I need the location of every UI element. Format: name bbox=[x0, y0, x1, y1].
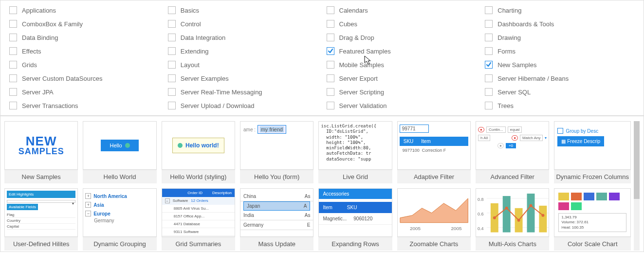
category-label[interactable]: New Samples bbox=[497, 61, 536, 69]
category-item[interactable]: Control bbox=[168, 20, 322, 28]
checkbox[interactable] bbox=[168, 102, 176, 109]
category-item[interactable]: Server Scripting bbox=[327, 88, 480, 96]
tile-dynamic-frozen-columns[interactable]: Group by Desc ▦ Freeze Descrip Dynamic F… bbox=[554, 121, 631, 183]
category-item[interactable]: Server Custom DataSources bbox=[9, 74, 163, 82]
checkbox[interactable] bbox=[9, 47, 17, 55]
checkbox[interactable] bbox=[9, 102, 17, 109]
checkbox[interactable] bbox=[327, 74, 334, 82]
category-label[interactable]: Basics bbox=[181, 7, 199, 14]
checkbox[interactable] bbox=[9, 74, 17, 82]
checkbox[interactable] bbox=[168, 88, 176, 96]
tile-dynamic-grouping[interactable]: +North America +Asia −Europe Germany Dyn… bbox=[83, 188, 156, 251]
checkbox[interactable] bbox=[485, 47, 493, 55]
category-label[interactable]: Layout bbox=[181, 61, 200, 69]
category-item[interactable]: Server JPA bbox=[9, 88, 163, 96]
category-label[interactable]: Extending bbox=[181, 48, 209, 55]
checkbox[interactable] bbox=[485, 74, 493, 82]
category-item[interactable]: Server Upload / Download bbox=[168, 102, 322, 109]
category-item[interactable]: Data Binding bbox=[9, 34, 163, 41]
category-label[interactable]: Drawing bbox=[497, 34, 521, 41]
category-item[interactable]: Extending bbox=[168, 47, 322, 55]
tile-new-samples[interactable]: NEW SAMPLES New Samples bbox=[4, 121, 78, 183]
checkbox[interactable] bbox=[327, 20, 334, 28]
tile-hello-world-styling[interactable]: Hello world! Hello World (styling) bbox=[162, 121, 235, 183]
category-item[interactable]: Featured Samples bbox=[327, 47, 480, 55]
checkbox[interactable] bbox=[327, 6, 334, 14]
category-label[interactable]: Server Real-Time Messaging bbox=[181, 89, 262, 96]
tile-live-grid[interactable]: isc.ListGrid.create({ ID:"dsListGrid", w… bbox=[318, 121, 392, 183]
category-label[interactable]: Server JPA bbox=[22, 89, 54, 96]
category-item[interactable]: Server Real-Time Messaging bbox=[168, 88, 322, 96]
category-label[interactable]: Data Integration bbox=[181, 34, 226, 41]
category-label[interactable]: Trees bbox=[497, 102, 514, 109]
category-item[interactable]: Drag & Drop bbox=[327, 34, 480, 41]
category-label[interactable]: Dashboards & Tools bbox=[497, 20, 554, 28]
category-item[interactable]: Basics bbox=[168, 6, 322, 14]
category-item[interactable]: Mobile Samples bbox=[327, 61, 480, 69]
checkbox[interactable] bbox=[485, 102, 493, 109]
tile-multi-axis-charts[interactable]: 0.8 0.6 0.4 bbox=[476, 188, 549, 251]
checkbox[interactable] bbox=[327, 88, 334, 96]
checkbox[interactable] bbox=[485, 34, 493, 41]
checkbox[interactable] bbox=[168, 20, 176, 28]
tile-user-defined-hilites[interactable]: Edit Highlights ▾ Available Fields Flag … bbox=[4, 188, 78, 251]
tile-hello-you-form[interactable]: ame : my friend Hello You (form) bbox=[240, 121, 313, 183]
category-label[interactable]: Featured Samples bbox=[339, 48, 391, 55]
tile-adaptive-filter[interactable]: 99771 SKUItem 9977100 Correction F Adapt… bbox=[397, 121, 471, 183]
checkbox[interactable] bbox=[9, 88, 17, 96]
checkbox[interactable] bbox=[9, 61, 17, 69]
checkbox[interactable] bbox=[168, 74, 176, 82]
category-label[interactable]: Applications bbox=[22, 7, 56, 14]
category-item[interactable]: Effects bbox=[9, 47, 163, 55]
category-item[interactable]: Cubes bbox=[327, 20, 480, 28]
checkbox[interactable] bbox=[327, 61, 334, 69]
tile-zoomable-charts[interactable]: 2005 2005 Zoomable Charts bbox=[397, 188, 471, 251]
category-item[interactable]: Data Integration bbox=[168, 34, 322, 41]
category-label[interactable]: Control bbox=[181, 20, 201, 28]
category-item[interactable]: Drawing bbox=[485, 34, 639, 41]
category-label[interactable]: Cubes bbox=[339, 20, 358, 28]
tile-expanding-rows[interactable]: Accessories ItemSKU Magnetic...9060120 E… bbox=[318, 188, 392, 251]
category-label[interactable]: Grids bbox=[22, 61, 37, 69]
checkbox[interactable] bbox=[327, 47, 334, 55]
category-label[interactable]: Server Examples bbox=[181, 75, 229, 82]
category-label[interactable]: Forms bbox=[497, 48, 515, 55]
category-label[interactable]: ComboxBox & Family bbox=[22, 20, 83, 28]
checkbox[interactable] bbox=[168, 6, 176, 14]
category-item[interactable]: Grids bbox=[9, 61, 163, 69]
category-label[interactable]: Server Transactions bbox=[22, 102, 78, 109]
category-label[interactable]: Server Custom DataSources bbox=[22, 75, 102, 82]
category-item[interactable]: Server Examples bbox=[168, 74, 322, 82]
category-item[interactable]: Forms bbox=[485, 47, 639, 55]
category-label[interactable]: Mobile Samples bbox=[339, 61, 385, 69]
category-item[interactable]: New Samples bbox=[485, 61, 639, 69]
checkbox[interactable] bbox=[168, 47, 176, 55]
category-item[interactable]: Layout bbox=[168, 61, 322, 69]
category-label[interactable]: Effects bbox=[22, 48, 41, 55]
checkbox[interactable] bbox=[9, 20, 17, 28]
tile-grid-summaries[interactable]: Order IDDescription −Software12 Orders 8… bbox=[162, 188, 235, 251]
category-item[interactable]: Server Export bbox=[327, 74, 480, 82]
scrollbar-thumb[interactable] bbox=[634, 121, 640, 199]
category-item[interactable]: Dashboards & Tools bbox=[485, 20, 639, 28]
checkbox[interactable] bbox=[327, 34, 334, 41]
category-item[interactable]: Trees bbox=[485, 102, 639, 109]
checkbox[interactable] bbox=[9, 6, 17, 14]
category-label[interactable]: Drag & Drop bbox=[339, 34, 374, 41]
category-label[interactable]: Server Export bbox=[339, 75, 378, 82]
category-item[interactable]: Applications bbox=[9, 6, 163, 14]
checkbox[interactable] bbox=[327, 102, 334, 109]
category-label[interactable]: Server Upload / Download bbox=[181, 102, 255, 109]
checkbox[interactable] bbox=[168, 61, 176, 69]
checkbox[interactable] bbox=[485, 20, 493, 28]
category-label[interactable]: Server Hibernate / Beans bbox=[497, 75, 569, 82]
category-item[interactable]: Server Transactions bbox=[9, 102, 163, 109]
checkbox[interactable] bbox=[485, 88, 493, 96]
category-item[interactable]: Calendars bbox=[327, 6, 480, 14]
category-label[interactable]: Server SQL bbox=[497, 89, 531, 96]
checkbox[interactable] bbox=[485, 61, 493, 69]
tile-mass-update[interactable]: ChinaAs JapanA IndiaAs GermanyE Mass Upd… bbox=[240, 188, 313, 251]
category-item[interactable]: Charting bbox=[485, 6, 639, 14]
category-item[interactable]: ComboxBox & Family bbox=[9, 20, 163, 28]
category-label[interactable]: Server Validation bbox=[339, 102, 387, 109]
